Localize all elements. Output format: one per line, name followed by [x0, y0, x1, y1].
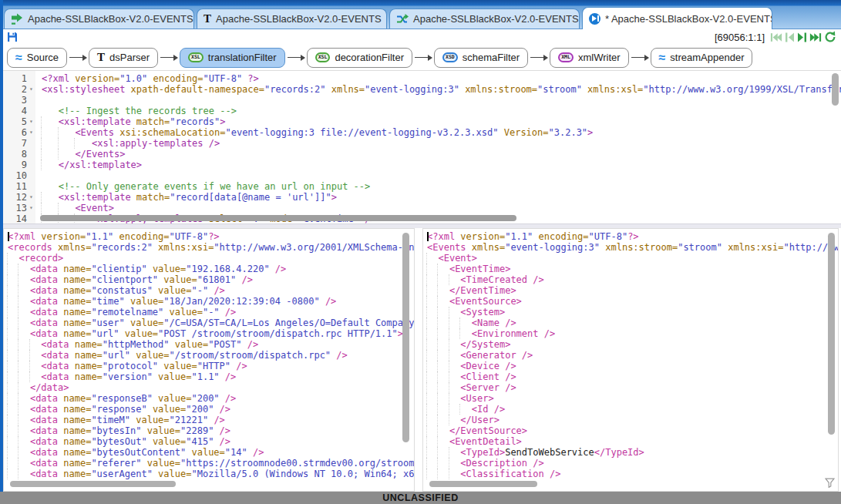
stream-icon: ≈: [659, 52, 666, 64]
step-forward-icon: [797, 32, 807, 43]
output-code-area[interactable]: <?xml version="1.1" encoding="UTF-8"?><E…: [423, 229, 838, 479]
xslt-code-editor[interactable]: 12▾345▾6▾789101112▾13▾1415 <?xml version…: [0, 71, 841, 223]
pipeline-icon: [396, 13, 409, 25]
element-label: decorationFilter: [335, 52, 404, 63]
step-refresh-button[interactable]: [824, 31, 836, 43]
pipeline-element-schemafilter[interactable]: XSD schemaFilter: [434, 48, 528, 68]
tab-label: Apache-SSLBlackBox-V2.0-EVENTS: [28, 13, 193, 25]
text-converter-icon: T: [204, 13, 211, 25]
element-label: streamAppender: [670, 52, 744, 63]
xsl-icon: XSL: [188, 52, 204, 63]
text-cursor: [427, 232, 429, 241]
pipeline-link-arrow: [160, 57, 177, 59]
step-first-button[interactable]: [770, 32, 782, 43]
input-horizontal-scrollbar[interactable]: [10, 481, 176, 487]
input-code-area[interactable]: <?xml version="1.1" encoding="UTF-8"?><r…: [4, 229, 414, 479]
pipeline-link-arrow: [415, 57, 432, 59]
tab-pipeline[interactable]: Apache-SSLBlackBox-V2.0-EVENTS ×: [389, 8, 580, 29]
pipeline-element-source[interactable]: ≈ Source: [7, 48, 67, 68]
input-data-pane[interactable]: <?xml version="1.1" encoding="UTF-8"?><r…: [3, 228, 415, 492]
output-vertical-scrollbar[interactable]: [828, 233, 835, 435]
editor-vertical-scrollbar[interactable]: [832, 73, 839, 106]
save-icon[interactable]: [7, 32, 18, 42]
step-last-button[interactable]: [809, 32, 822, 43]
text-parser-icon: T: [97, 52, 105, 63]
toolbar: [69056:1:1]: [0, 29, 841, 45]
element-label: schemaFilter: [463, 52, 520, 63]
element-label: Source: [27, 52, 59, 63]
stepping-icon: [589, 13, 600, 25]
feed-arrow-icon: [11, 13, 23, 25]
vertical-splitter[interactable]: [415, 228, 422, 492]
element-label: xmlWriter: [578, 52, 621, 63]
pipeline-element-decorationfilter[interactable]: XSL decorationFilter: [307, 48, 412, 68]
tab-label: Apache-SSLBlackBox-V2.0-EVENTS: [216, 13, 382, 25]
classification-banner: UNCLASSIFIED: [0, 492, 841, 504]
step-location-label: [69056:1:1]: [715, 32, 765, 43]
tab-label: Apache-SSLBlackBox-V2.0-EVENTS: [413, 13, 579, 25]
output-data-pane[interactable]: <?xml version="1.1" encoding="UTF-8"?><E…: [422, 228, 839, 492]
pipeline-link-arrow: [631, 57, 648, 59]
element-label: dsParser: [109, 52, 150, 63]
output-horizontal-scrollbar[interactable]: [429, 481, 537, 487]
pipeline-element-dsparser[interactable]: T dsParser: [89, 48, 158, 68]
pipeline-element-streamappender[interactable]: ≈ streamAppender: [651, 48, 753, 68]
xml-icon: XML: [558, 52, 574, 63]
pipeline-element-xmlwriter[interactable]: XML xmlWriter: [550, 48, 628, 68]
stroom-app-window: Apache-SSLBlackBox-V2.0-EVENTS × T Apach…: [0, 0, 841, 504]
tab-bar: Apache-SSLBlackBox-V2.0-EVENTS × T Apach…: [0, 0, 841, 29]
pipeline-link-arrow: [288, 57, 304, 59]
step-first-icon: [770, 32, 782, 43]
step-last-icon: [809, 32, 822, 43]
editor-horizontal-scrollbar[interactable]: [40, 215, 516, 221]
step-forward-button[interactable]: [797, 32, 807, 43]
tab-text-converter[interactable]: T Apache-SSLBlackBox-V2.0-EVENTS ×: [197, 8, 387, 29]
step-back-icon: [785, 32, 795, 43]
filter-funnel-icon[interactable]: [825, 478, 835, 488]
xsl-icon: XSL: [315, 52, 331, 63]
stream-icon: ≈: [15, 52, 22, 64]
stepping-controls: [69056:1:1]: [715, 31, 836, 43]
text-cursor: [8, 232, 9, 241]
editor-code-area[interactable]: <?xml version="1.0" encoding="UTF-8" ?><…: [35, 71, 841, 223]
editor-line-number-gutter[interactable]: 12▾345▾6▾789101112▾13▾1415: [0, 71, 35, 223]
tab-stepping-active[interactable]: * Apache-SSLBlackBox-V2.0-EVENTS ×: [582, 7, 772, 29]
tab-label: * Apache-SSLBlackBox-V2.0-EVENTS: [605, 13, 772, 25]
element-label: translationFilter: [208, 52, 277, 63]
input-vertical-scrollbar[interactable]: [402, 233, 409, 442]
step-back-button[interactable]: [785, 32, 795, 43]
classification-label: UNCLASSIFIED: [382, 492, 458, 503]
tab-feed[interactable]: Apache-SSLBlackBox-V2.0-EVENTS ×: [4, 8, 194, 29]
pipeline-element-translationfilter[interactable]: XSL translationFilter: [180, 48, 285, 68]
tab-close-icon[interactable]: ×: [386, 14, 387, 25]
pipeline-structure: ≈ Source T dsParser XSL translationFilte…: [0, 45, 841, 71]
pipeline-link-arrow: [530, 57, 547, 59]
refresh-icon: [824, 31, 836, 43]
window-left-accent: [0, 0, 3, 492]
stepping-data-panes: <?xml version="1.1" encoding="UTF-8"?><r…: [0, 228, 841, 492]
pipeline-link-arrow: [69, 57, 86, 59]
xsd-icon: XSD: [442, 52, 458, 63]
